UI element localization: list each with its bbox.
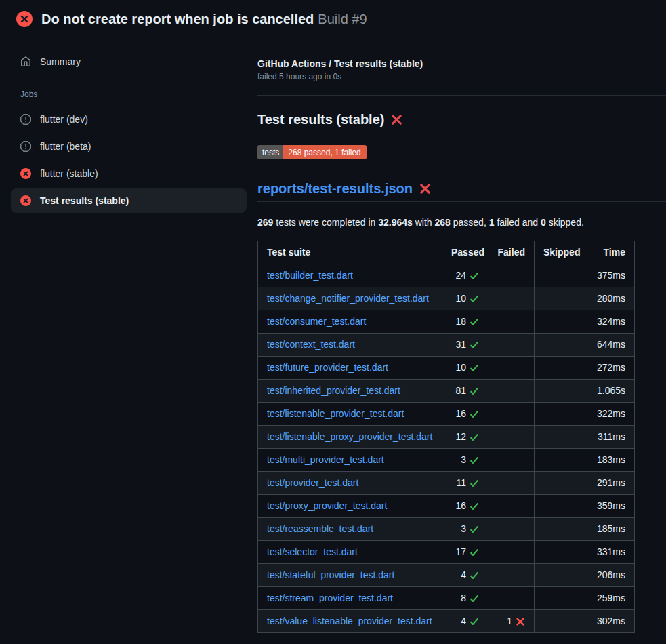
suite-link[interactable]: test/consumer_test.dart — [267, 316, 366, 327]
suite-cell: test/listenable_provider_test.dart — [258, 403, 442, 426]
jobs-section-label: Jobs — [20, 89, 247, 99]
suite-link[interactable]: test/context_test.dart — [267, 339, 355, 350]
passed-cell: 31 — [442, 334, 488, 357]
failed-cell — [488, 472, 535, 495]
summary-segment: 269 — [257, 217, 273, 228]
failed-cell — [488, 287, 535, 310]
suite-link[interactable]: test/provider_test.dart — [267, 477, 358, 488]
green-check-icon — [470, 594, 479, 603]
count: 24 — [455, 269, 466, 282]
skipped-cell — [535, 518, 587, 541]
passed-cell-value: 16 — [455, 407, 479, 420]
passed-cell: 24 — [442, 264, 488, 287]
suite-link[interactable]: test/change_notifier_provider_test.dart — [267, 293, 429, 304]
failed-cell — [488, 357, 535, 380]
suite-link[interactable]: test/multi_provider_test.dart — [267, 454, 384, 465]
count: 18 — [455, 315, 466, 328]
summary-segment: tests were completed in — [273, 217, 378, 228]
suite-cell: test/stateful_provider_test.dart — [258, 564, 442, 587]
test-results-table: Test suitePassedFailedSkippedTime test/b… — [257, 241, 635, 633]
table-row: test/selector_test.dart17331ms — [258, 541, 635, 564]
report-file-link[interactable]: reports/test-results.json — [257, 181, 413, 197]
failed-cell — [488, 495, 535, 518]
table-row: test/reassemble_test.dart3185ms — [258, 518, 635, 541]
summary-segment: 0 — [541, 217, 546, 228]
suite-cell: test/proxy_provider_test.dart — [258, 495, 442, 518]
column-header: Failed — [488, 241, 535, 264]
red-cross-icon — [516, 617, 525, 626]
suite-cell: test/context_test.dart — [258, 334, 442, 357]
suite-link[interactable]: test/future_provider_test.dart — [267, 362, 388, 373]
summary-segment: skipped. — [546, 217, 584, 228]
time-cell: 311ms — [587, 426, 635, 449]
suite-link[interactable]: test/selector_test.dart — [267, 546, 358, 557]
skipped-cell — [535, 426, 587, 449]
count: 1 — [507, 615, 512, 628]
x-circle-fill-icon — [20, 168, 31, 179]
passed-cell-value: 12 — [455, 430, 479, 443]
summary-segment: failed and — [495, 217, 541, 228]
passed-cell-value: 17 — [455, 546, 479, 559]
suite-cell: test/listenable_proxy_provider_test.dart — [258, 426, 442, 449]
skipped-cell — [535, 564, 587, 587]
passed-cell: 3 — [442, 449, 488, 472]
table-row: test/value_listenable_provider_test.dart… — [258, 610, 635, 633]
breadcrumb: GitHub Actions / Test results (stable) — [257, 58, 666, 69]
time-cell: 206ms — [587, 564, 635, 587]
suite-link[interactable]: test/reassemble_test.dart — [267, 523, 373, 534]
table-row: test/stream_provider_test.dart8259ms — [258, 587, 635, 610]
summary-segment: with — [413, 217, 435, 228]
green-check-icon — [470, 617, 479, 626]
time-cell: 280ms — [587, 287, 635, 310]
passed-cell: 81 — [442, 380, 488, 403]
suite-link[interactable]: test/listenable_provider_test.dart — [267, 408, 404, 419]
summary-text: 269 tests were completed in 32.964s with… — [257, 217, 666, 228]
failed-cell-value: 1 — [507, 615, 525, 628]
header-divider — [257, 95, 666, 96]
count: 3 — [461, 523, 466, 536]
failed-cell — [488, 426, 535, 449]
failed-cell — [488, 541, 535, 564]
suite-link[interactable]: test/listenable_proxy_provider_test.dart — [267, 431, 432, 442]
sidebar-item-summary[interactable]: Summary — [11, 53, 247, 71]
report-title: reports/test-results.json — [257, 181, 666, 202]
sidebar-job-item[interactable]: flutter (stable) — [11, 161, 247, 186]
green-check-icon — [470, 271, 479, 281]
suite-link[interactable]: test/proxy_provider_test.dart — [267, 500, 387, 511]
suite-link[interactable]: test/inherited_provider_test.dart — [267, 385, 400, 396]
job-label: Test results (stable) — [40, 195, 129, 206]
sidebar-job-item[interactable]: flutter (dev) — [11, 107, 247, 132]
suite-link[interactable]: test/stateful_provider_test.dart — [267, 569, 394, 580]
failed-cell — [488, 380, 535, 403]
green-check-icon — [470, 502, 479, 511]
sidebar-job-item[interactable]: flutter (beta) — [11, 134, 247, 159]
skipped-cell — [535, 264, 587, 287]
sidebar-job-item[interactable]: Test results (stable) — [11, 188, 247, 213]
failed-cell — [488, 518, 535, 541]
time-cell: 185ms — [587, 518, 635, 541]
count: 31 — [455, 338, 466, 351]
time-cell: 302ms — [587, 610, 635, 633]
suite-cell: test/stream_provider_test.dart — [258, 587, 442, 610]
suite-link[interactable]: test/value_listenable_provider_test.dart — [267, 616, 432, 626]
count: 11 — [456, 477, 466, 489]
red-cross-icon — [391, 114, 402, 125]
green-check-icon — [470, 456, 479, 465]
skipped-cell — [535, 334, 587, 357]
suite-link[interactable]: test/stream_provider_test.dart — [267, 592, 393, 603]
suite-link[interactable]: test/builder_test.dart — [267, 270, 353, 281]
green-check-icon — [470, 363, 479, 373]
sidebar-jobs-list: flutter (dev)flutter (beta)flutter (stab… — [11, 107, 247, 213]
time-cell: 272ms — [587, 357, 635, 380]
passed-cell-value: 4 — [461, 615, 479, 628]
table-row: test/listenable_provider_test.dart16322m… — [258, 403, 635, 426]
count: 12 — [455, 430, 466, 443]
time-cell: 1.065s — [587, 380, 635, 403]
green-check-icon — [470, 386, 479, 396]
job-summary-panel: GitHub Actions / Test results (stable) f… — [257, 38, 666, 633]
summary-segment: 1 — [489, 217, 495, 228]
skipped-cell — [535, 449, 587, 472]
suite-cell: test/change_notifier_provider_test.dart — [258, 287, 442, 310]
passed-cell: 10 — [442, 287, 488, 310]
count: 16 — [455, 407, 466, 420]
